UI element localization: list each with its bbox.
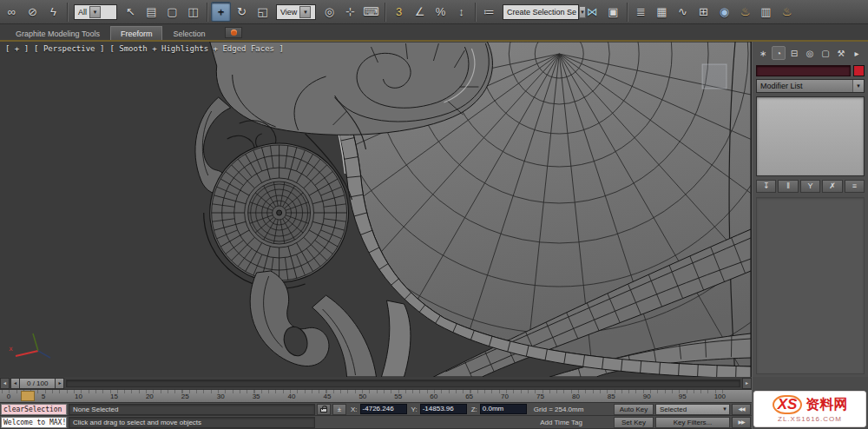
modifier-list-dropdown[interactable]: Modifier List ▼ <box>756 79 865 93</box>
tab-hierarchy[interactable]: ⊟ <box>787 46 801 60</box>
add-time-tag[interactable]: Add Time Tag <box>540 419 582 426</box>
tab-freeform[interactable]: Freeform <box>110 26 163 40</box>
render-production-icon[interactable]: ♨ <box>777 2 797 22</box>
chevron-down-icon: ▼ <box>852 80 864 92</box>
next-frame-arrow-icon[interactable]: ▸ <box>55 378 64 389</box>
frame-number: 35 <box>253 393 260 400</box>
angle-snap-icon[interactable]: ∠ <box>410 2 430 22</box>
grid-size-label: Grid = 254.0mm <box>534 406 584 413</box>
pin-stack-button[interactable]: ↧ <box>756 180 776 193</box>
make-unique-button[interactable]: Y <box>800 180 820 193</box>
time-slider-track[interactable] <box>66 380 740 387</box>
graphite-ribbon-toggle-icon[interactable]: ▦ <box>652 2 672 22</box>
render-setup-icon[interactable]: ♨ <box>735 2 755 22</box>
select-object-icon[interactable]: ↖ <box>121 2 141 22</box>
selection-status: None Selected <box>69 404 315 415</box>
material-editor-icon[interactable]: ◉ <box>714 2 734 22</box>
curve-editor-icon[interactable]: ∿ <box>673 2 693 22</box>
key-mode-dropdown[interactable]: Selected ▼ <box>655 404 730 415</box>
time-slider[interactable]: ◂ 0 / 100 ▸ <box>10 378 64 389</box>
tab-graphite-modeling-tools[interactable]: Graphite Modeling Tools <box>5 26 110 40</box>
use-pivot-point-center-icon[interactable]: ◎ <box>319 2 339 22</box>
maxscript-listener-line1[interactable]: clearSelection <box>1 404 67 415</box>
tab-motion[interactable]: ◎ <box>803 46 817 60</box>
key-filters-button[interactable]: Key Filters... <box>655 417 730 428</box>
modifier-stack-list[interactable] <box>756 96 865 176</box>
reference-coordinate-dropdown[interactable]: View ▼ <box>276 4 316 20</box>
frame-number: 15 <box>110 393 118 400</box>
timeline-right-arrow[interactable]: ▸ <box>742 378 752 389</box>
bind-to-space-warp-icon[interactable]: ϟ <box>43 2 63 22</box>
percent-snap-icon[interactable]: % <box>431 2 450 22</box>
viewport-label: [ + ] [ Perspective ] [ Smooth + Highlig… <box>5 44 284 53</box>
chevron-down-icon: ▼ <box>89 6 101 18</box>
window-crossing-icon[interactable]: ◫ <box>183 2 203 22</box>
z-coordinate-field[interactable]: 0.0mm <box>480 404 527 414</box>
frame-number: 80 <box>572 393 580 400</box>
viewport-pov-menu[interactable]: [ Perspective ] <box>34 44 104 53</box>
keyboard-shortcut-override-icon[interactable]: ⌨ <box>361 2 381 22</box>
go-to-end-button[interactable]: ▶▶ <box>732 417 751 428</box>
selection-filter-dropdown[interactable]: All ▼ <box>74 4 117 20</box>
frame-number: 25 <box>181 393 189 400</box>
select-and-link-icon[interactable]: ∞ <box>2 2 22 22</box>
svg-text:x: x <box>9 345 13 353</box>
select-by-name-icon[interactable]: ▤ <box>141 2 161 22</box>
3ds-max-window: ∞⊘ϟ All ▼ ↖▤▢◫ +↻◱ View ▼ ◎⊹⌨ 3∠%↕ ≔ Cre… <box>0 0 868 429</box>
z-label: Z: <box>471 406 477 413</box>
viewport-plus-menu[interactable]: [ + ] <box>5 44 29 53</box>
named-selection-set-dropdown[interactable]: Create Selection Se ▼ <box>503 4 579 20</box>
viewport-shading-menu[interactable]: [ Smooth + Highlights + Edged Faces ] <box>109 44 283 53</box>
x-coordinate-field[interactable]: -4726.246 <box>360 404 407 414</box>
main-toolbar: ∞⊘ϟ All ▼ ↖▤▢◫ +↻◱ View ▼ ◎⊹⌨ 3∠%↕ ≔ Cre… <box>0 0 868 24</box>
y-coordinate-field[interactable]: -14853.96 <box>420 404 467 414</box>
select-and-scale-icon[interactable]: ◱ <box>253 2 273 22</box>
select-and-rotate-icon[interactable]: ↻ <box>232 2 252 22</box>
track-bar[interactable]: 0510152025303540455055606570758085909510… <box>0 390 752 403</box>
manage-layers-icon[interactable]: ≣ <box>631 2 651 22</box>
tab-modify[interactable]: ◔ <box>772 46 786 60</box>
remove-modifier-button[interactable]: ✗ <box>822 180 842 193</box>
tab-utilities[interactable]: ⚒ <box>834 46 848 60</box>
selection-lock-button[interactable] <box>317 404 331 415</box>
maxscript-listener-line2[interactable]: Welcome to MAX! <box>1 417 67 428</box>
unlink-selection-icon[interactable]: ⊘ <box>23 2 43 22</box>
tab-create[interactable]: ∗ <box>756 46 770 60</box>
rectangular-selection-region-icon[interactable]: ▢ <box>162 2 182 22</box>
previous-frame-arrow-icon[interactable]: ◂ <box>10 378 20 389</box>
ribbon-options-button[interactable] <box>225 27 242 38</box>
chevron-down-icon: ▼ <box>722 406 727 412</box>
object-name-field[interactable] <box>756 65 851 76</box>
timeline-left-arrow[interactable]: ◂ <box>0 378 10 389</box>
frame-number: 40 <box>288 393 296 400</box>
schematic-view-icon[interactable]: ⊞ <box>694 2 713 22</box>
time-slider-label: 0 / 100 <box>20 378 55 389</box>
viewport-canvas[interactable]: x <box>0 42 751 377</box>
align-icon[interactable]: ▣ <box>603 2 623 22</box>
tab-selection[interactable]: Selection <box>162 26 215 40</box>
configure-modifier-sets-button[interactable]: ≡ <box>845 180 865 193</box>
absolute-offset-toggle[interactable]: ± <box>332 404 346 415</box>
frame-number: 0 <box>5 393 12 400</box>
perspective-viewport[interactable]: [ + ] [ Perspective ] [ Smooth + Highlig… <box>0 42 752 377</box>
tab-display[interactable]: ▢ <box>819 46 832 60</box>
named-selection-sets-icon[interactable]: ≔ <box>479 2 499 22</box>
rollout-area <box>756 197 865 374</box>
rendered-frame-window-icon[interactable]: ▥ <box>756 2 776 22</box>
status-bar-row2: Welcome to MAX! Click and drag to select… <box>0 416 752 429</box>
select-and-move-icon[interactable]: + <box>211 2 231 22</box>
mirror-icon[interactable]: ⋈ <box>582 2 602 22</box>
set-key-button[interactable]: Set Key <box>614 417 654 428</box>
current-frame-indicator[interactable] <box>21 391 35 401</box>
show-end-result-button[interactable]: ‖ <box>778 180 798 193</box>
select-and-manipulate-icon[interactable]: ⊹ <box>340 2 360 22</box>
object-color-swatch[interactable] <box>853 65 865 76</box>
go-to-start-button[interactable]: ◀◀ <box>732 404 751 415</box>
snaps-toggle-icon[interactable]: 3 <box>389 2 409 22</box>
panel-cursor-arrow-icon[interactable]: ▸ <box>850 46 864 60</box>
frame-number: 95 <box>679 393 687 400</box>
toolbar-separator <box>627 3 628 22</box>
frame-number: 70 <box>501 393 509 400</box>
auto-key-button[interactable]: Auto Key <box>614 404 654 415</box>
spinner-snap-icon[interactable]: ↕ <box>451 2 471 22</box>
